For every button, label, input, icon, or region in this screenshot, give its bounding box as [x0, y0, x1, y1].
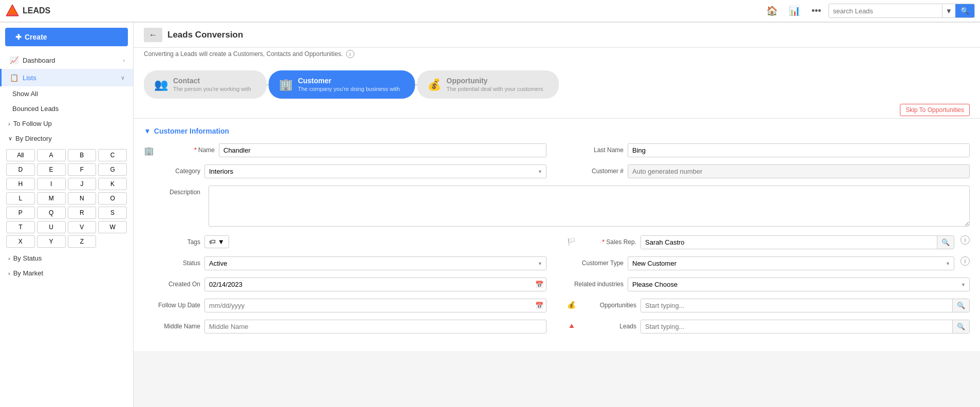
back-button[interactable]: ←	[144, 28, 162, 42]
alpha-f-button[interactable]: F	[68, 163, 97, 176]
sidebar-item-bounced-leads[interactable]: Bounced Leads	[0, 101, 133, 116]
alpha-l-button[interactable]: L	[6, 192, 35, 205]
alpha-a-button[interactable]: A	[37, 149, 66, 161]
opportunities-search-button[interactable]: 🔍	[952, 299, 969, 312]
expand-right-icon-2: ›	[8, 255, 10, 262]
alpha-r-button[interactable]: R	[68, 207, 97, 219]
alpha-t-button[interactable]: T	[6, 221, 35, 233]
alpha-d-button[interactable]: D	[6, 163, 35, 176]
page-title: Leads Conversion	[167, 30, 243, 40]
created-on-input[interactable]	[204, 278, 546, 291]
alpha-i-button[interactable]: I	[37, 178, 66, 190]
flag-icon: 🏳️	[567, 235, 576, 246]
collapse-down-icon: ∨	[8, 135, 12, 142]
customer-info-header[interactable]: ▼ Customer Information	[144, 127, 970, 135]
more-icon: •••	[812, 6, 821, 16]
sidebar-item-by-directory[interactable]: ∨ By Directory	[0, 131, 133, 146]
alpha-b-button[interactable]: B	[68, 149, 97, 161]
alpha-p-button[interactable]: P	[6, 207, 35, 219]
opportunities-label: Opportunities	[580, 299, 636, 309]
form-row-created: Created On 📅 Related industries Please C…	[144, 278, 970, 291]
sales-rep-info-icon[interactable]: i	[960, 235, 970, 245]
alpha-h-button[interactable]: H	[6, 178, 35, 190]
description-label: Description	[144, 186, 200, 196]
field-middle-name: Middle Name	[144, 320, 546, 334]
sidebar-item-lists[interactable]: 📋 Lists ∨	[0, 69, 133, 86]
search-icon: 🔍	[960, 7, 969, 15]
alpha-q-button[interactable]: Q	[37, 207, 66, 219]
leads-funnel-icon: 🔺	[567, 320, 576, 330]
created-on-control: 📅	[204, 278, 546, 291]
alpha-y-button[interactable]: Y	[37, 235, 66, 248]
skip-to-opportunities-button[interactable]: Skip To Opportunities	[900, 104, 970, 116]
alpha-c-button[interactable]: C	[98, 149, 127, 161]
alpha-n-button[interactable]: N	[68, 192, 97, 205]
related-industries-select[interactable]: Please Choose	[628, 278, 970, 291]
sidebar-item-to-follow-up[interactable]: › To Follow Up	[0, 116, 133, 131]
chart-button[interactable]: 📊	[785, 3, 804, 18]
field-tags: Tags 🏷 ▼	[144, 235, 546, 249]
sales-rep-input[interactable]	[641, 236, 937, 249]
follow-up-input[interactable]	[204, 299, 546, 312]
alpha-u-button[interactable]: U	[37, 221, 66, 233]
name-input[interactable]	[219, 143, 546, 157]
sales-rep-search-button[interactable]: 🔍	[937, 236, 954, 249]
status-select[interactable]: Active Inactive	[204, 256, 546, 270]
customer-num-input	[628, 164, 970, 178]
middle-name-input[interactable]	[204, 320, 546, 334]
alpha-x-button[interactable]: X	[6, 235, 35, 248]
alpha-z-button[interactable]: Z	[68, 235, 97, 248]
form-row-name: 🏢 Name Last Name	[144, 143, 970, 157]
calendar-icon-2[interactable]: 📅	[535, 302, 543, 309]
alpha-all-button[interactable]: All	[6, 149, 35, 161]
search-go-button[interactable]: 🔍	[955, 4, 974, 17]
search-input[interactable]	[829, 5, 942, 17]
last-name-label: Last Name	[567, 143, 624, 154]
more-button[interactable]: •••	[807, 4, 825, 18]
related-industries-label: Related industries	[567, 278, 624, 288]
tags-button[interactable]: 🏷 ▼	[204, 235, 229, 248]
alpha-o-button[interactable]: O	[98, 192, 127, 205]
calendar-icon[interactable]: 📅	[535, 281, 543, 288]
form-row-tags: Tags 🏷 ▼ 🏳️ Sales Rep. 🔍	[144, 235, 970, 249]
customer-type-select[interactable]: New Customer Existing Customer	[628, 256, 954, 270]
step-opportunity[interactable]: 💰 Opportunity The potential deal with yo…	[417, 70, 558, 99]
step-contact[interactable]: 👥 Contact The person you're working with	[144, 70, 267, 99]
alpha-k-button[interactable]: K	[98, 178, 127, 190]
sidebar-item-show-all[interactable]: Show All	[0, 86, 133, 101]
alpha-s-button[interactable]: S	[98, 207, 127, 219]
alpha-g-button[interactable]: G	[98, 163, 127, 176]
alpha-m-button[interactable]: M	[37, 192, 66, 205]
sales-rep-wrapper: 🔍	[640, 235, 954, 249]
search-dropdown-button[interactable]: ▼	[942, 5, 955, 17]
field-status: Status Active Inactive	[144, 256, 546, 270]
category-select[interactable]: Interiors Exteriors Other	[204, 164, 546, 178]
field-description: Description	[144, 186, 970, 228]
contact-step-icon: 👥	[154, 78, 168, 91]
sidebar-item-dashboard[interactable]: 📈 Dashboard ›	[0, 51, 133, 69]
form-row-status: Status Active Inactive Customer Type New…	[144, 256, 970, 270]
leads-input[interactable]	[641, 320, 952, 333]
alpha-j-button[interactable]: J	[68, 178, 97, 190]
sidebar-item-by-status[interactable]: › By Status	[0, 251, 133, 266]
alpha-e-button[interactable]: E	[37, 163, 66, 176]
opportunities-input[interactable]	[641, 299, 952, 312]
status-label: Status	[144, 256, 200, 267]
description-textarea[interactable]	[209, 186, 970, 227]
home-button[interactable]: 🏠	[762, 3, 782, 18]
step-tabs: 👥 Contact The person you're working with…	[134, 62, 980, 99]
middle-name-control	[204, 320, 546, 334]
create-button[interactable]: ✚ Create	[5, 28, 128, 46]
alpha-w-button[interactable]: W	[98, 221, 127, 233]
info-circle-icon[interactable]: i	[346, 50, 354, 58]
form-row-description: Description	[144, 186, 970, 228]
expand-right-icon-3: ›	[8, 270, 10, 276]
building-icon: 🏢	[144, 143, 154, 156]
customer-type-info-icon[interactable]: i	[960, 256, 970, 266]
leads-search-button[interactable]: 🔍	[952, 320, 969, 333]
alpha-v-button[interactable]: V	[68, 221, 97, 233]
field-customer-type: Customer Type New Customer Existing Cust…	[567, 256, 970, 270]
last-name-input[interactable]	[628, 143, 970, 157]
step-customer[interactable]: 🏢 Customer The company you're doing busi…	[269, 70, 415, 99]
sidebar-item-by-market[interactable]: › By Market	[0, 266, 133, 281]
